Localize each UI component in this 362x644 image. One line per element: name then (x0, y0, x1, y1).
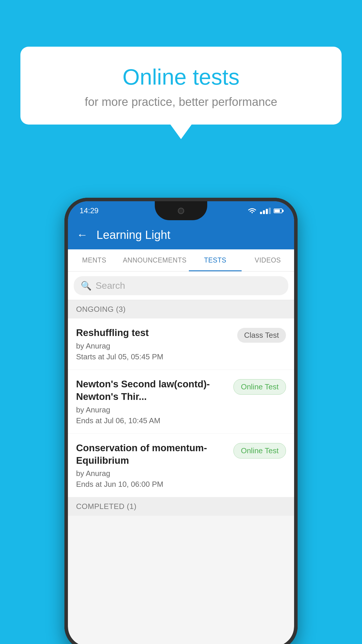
test-list: Reshuffling test by Anurag Starts at Jul… (68, 318, 294, 497)
test-badge: Online Test (233, 379, 286, 395)
test-item[interactable]: Reshuffling test by Anurag Starts at Jul… (68, 318, 294, 370)
tab-videos[interactable]: VIDEOS (242, 249, 294, 271)
search-icon: 🔍 (81, 281, 92, 291)
test-info: Reshuffling test by Anurag Starts at Jul… (76, 327, 237, 361)
test-info: Newton's Second law(contd)-Newton's Thir… (76, 378, 233, 425)
notch (155, 201, 207, 220)
test-time: Starts at Jul 05, 05:45 PM (76, 352, 231, 361)
test-item[interactable]: Conservation of momentum-Equilibrium by … (68, 434, 294, 498)
status-bar: 14:29 (68, 201, 294, 220)
signal-bars (260, 208, 271, 214)
battery-icon (274, 209, 282, 213)
bubble-title: Online tests (44, 64, 318, 90)
phone-screen: 14:29 (68, 201, 294, 644)
completed-section-title: COMPLETED (1) (76, 502, 136, 511)
test-time: Ends at Jun 10, 06:00 PM (76, 480, 228, 489)
search-bar[interactable]: 🔍 Search (74, 276, 288, 295)
test-author: by Anurag (76, 469, 228, 478)
test-item[interactable]: Newton's Second law(contd)-Newton's Thir… (68, 370, 294, 434)
test-time: Ends at Jul 06, 10:45 AM (76, 416, 228, 425)
test-badge: Class Test (237, 328, 286, 343)
bubble-subtitle: for more practice, better performance (44, 95, 318, 108)
test-name: Reshuffling test (76, 327, 231, 339)
search-container: 🔍 Search (68, 272, 294, 300)
app-header: ← Learning Light (68, 220, 294, 249)
phone-frame: 14:29 (64, 198, 298, 644)
test-badge: Online Test (233, 443, 286, 459)
speech-bubble-container: Online tests for more practice, better p… (20, 47, 342, 125)
camera-dot (178, 208, 184, 214)
tab-ments[interactable]: MENTS (68, 249, 120, 271)
back-button[interactable]: ← (77, 229, 88, 241)
search-placeholder: Search (96, 280, 125, 291)
status-time: 14:29 (80, 206, 99, 215)
test-author: by Anurag (76, 405, 228, 414)
app-title: Learning Light (96, 228, 171, 242)
ongoing-section-title: ONGOING (3) (76, 305, 126, 314)
test-author: by Anurag (76, 342, 231, 351)
tab-tests[interactable]: TESTS (189, 249, 241, 271)
phone-wrapper: 14:29 (64, 198, 298, 644)
test-info: Conservation of momentum-Equilibrium by … (76, 442, 233, 489)
ongoing-section-header: ONGOING (3) (68, 300, 294, 318)
tab-announcements[interactable]: ANNOUNCEMENTS (120, 249, 189, 271)
speech-bubble: Online tests for more practice, better p… (20, 47, 342, 125)
completed-section-header: COMPLETED (1) (68, 497, 294, 516)
wifi-icon (247, 207, 257, 215)
status-icons (247, 207, 282, 215)
test-name: Newton's Second law(contd)-Newton's Thir… (76, 378, 228, 403)
tabs-container: MENTS ANNOUNCEMENTS TESTS VIDEOS (68, 249, 294, 272)
test-name: Conservation of momentum-Equilibrium (76, 442, 228, 467)
